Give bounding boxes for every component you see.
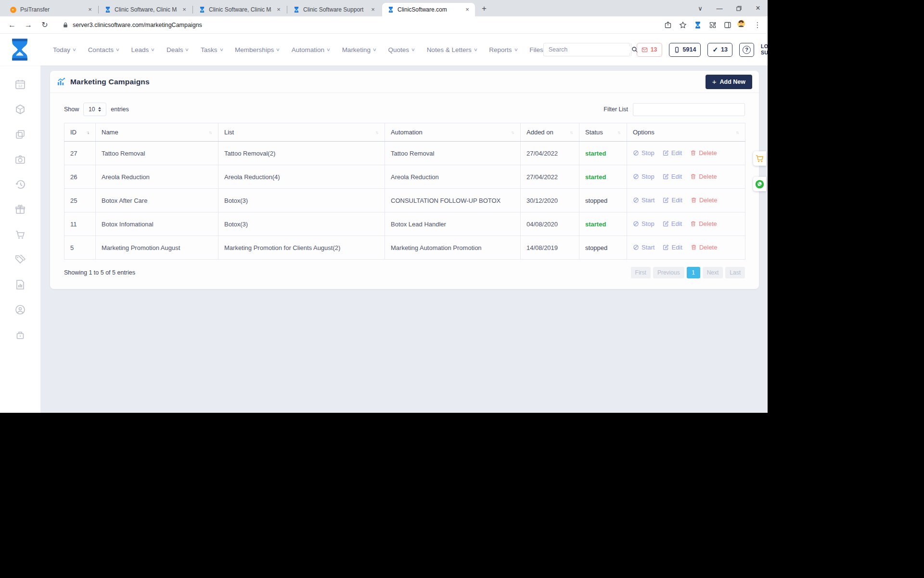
delete-link[interactable]: Delete [690,220,717,227]
column-label: Options [633,129,654,136]
page-button-first[interactable]: First [631,267,651,278]
sidebar-camera-icon[interactable] [14,154,26,165]
sidebar-products-icon[interactable] [14,104,26,115]
sidebar-account-icon[interactable] [14,304,26,315]
tab-close-icon[interactable]: × [86,6,94,13]
profile-avatar-icon[interactable] [736,19,749,31]
stop-link[interactable]: Stop [633,220,654,227]
forward-button[interactable]: → [22,18,35,32]
edit-link[interactable]: Edit [663,220,682,227]
nav-label: Files [529,46,543,53]
stop-link[interactable]: Stop [633,149,654,157]
messages-badge[interactable]: 13 [637,43,662,57]
chevron-down-icon: ∨ [513,47,518,52]
cell-list: Marketing Promotion for Clients August(2… [218,236,385,260]
phone-icon [674,47,680,53]
new-tab-button[interactable]: + [478,2,490,15]
tab-close-icon[interactable]: × [463,6,471,13]
sidebar-lock-icon[interactable] [14,329,26,341]
nav-item-marketing[interactable]: Marketing∨ [342,46,376,53]
address-bar[interactable]: server3.clinicsoftware.com/marketingCamp… [57,18,658,32]
tab-title: Clinic Software, Clinic Manageme [115,6,177,13]
delete-link[interactable]: Delete [691,197,718,204]
status-badge: started [585,150,606,157]
browser-tab-3[interactable]: Clinic Software Support× [288,3,381,16]
clinic-extension-icon[interactable] [692,19,704,31]
page-button-1[interactable]: 1 [687,267,700,278]
browser-tab-4[interactable]: ClinicSoftware.com× [382,3,475,16]
add-new-button[interactable]: + Add New [706,75,752,89]
help-button[interactable]: ? [739,43,754,57]
nav-item-contacts[interactable]: Contacts∨ [88,46,119,53]
search-input[interactable] [544,46,631,53]
cart-float-button[interactable] [753,151,766,166]
column-header-status[interactable]: Status↑↓ [579,123,627,142]
nav-item-leads[interactable]: Leads∨ [131,46,154,53]
browser-toolbar: ← → ↻ server3.clinicsoftware.com/marketi… [0,16,768,34]
menu-dots-icon[interactable]: ⋮ [751,19,764,31]
nav-item-deals[interactable]: Deals∨ [167,46,189,53]
start-link[interactable]: Start [633,244,654,251]
minimize-button[interactable]: — [710,0,729,16]
reload-button[interactable]: ↻ [38,18,51,32]
column-header-name[interactable]: Name↑↓ [96,123,218,142]
close-button[interactable]: × [748,0,768,16]
nav-item-notes-letters[interactable]: Notes & Letters∨ [427,46,477,53]
delete-link[interactable]: Delete [690,173,717,180]
edit-link[interactable]: Edit [663,173,682,180]
nav-item-automation[interactable]: Automation∨ [292,46,330,53]
edit-link[interactable]: Edit [663,149,682,157]
column-header-list[interactable]: List↑↓ [218,123,385,142]
tasks-badge[interactable]: ✓ 13 [707,43,732,57]
back-button[interactable]: ← [5,18,19,32]
sidebar-cart-icon[interactable] [14,229,26,240]
tab-close-icon[interactable]: × [180,6,188,13]
tab-search-chevron-icon[interactable]: ∨ [691,0,710,16]
column-header-options[interactable]: Options↑↓ [627,123,745,142]
chevron-down-icon: ∨ [326,47,331,52]
nav-item-tasks[interactable]: Tasks∨ [201,46,223,53]
column-header-id[interactable]: ID↑↓ [64,123,96,142]
nav-item-files[interactable]: Files [529,46,543,53]
nav-item-today[interactable]: Today∨ [53,46,76,53]
stop-link[interactable]: Stop [633,173,654,180]
messages-count: 13 [651,46,657,53]
start-link[interactable]: Start [633,197,654,204]
bookmark-star-icon[interactable] [677,19,689,31]
edit-link[interactable]: Edit [663,244,682,251]
column-header-automation[interactable]: Automation↑↓ [385,123,521,142]
filter-input[interactable] [633,103,745,116]
edit-link[interactable]: Edit [663,197,682,204]
nav-label: Reports [489,46,512,53]
side-panel-icon[interactable] [721,19,734,31]
browser-tab-1[interactable]: Clinic Software, Clinic Manageme× [99,3,192,16]
sidebar-tags-icon[interactable] [14,254,26,265]
restore-button[interactable] [729,0,748,16]
column-header-added[interactable]: Added on↑↓ [521,123,579,142]
delete-link[interactable]: Delete [691,244,718,251]
browser-tab-0[interactable]: PsiTransfer× [5,3,98,16]
page-button-last[interactable]: Last [725,267,745,278]
left-sidebar [0,66,40,413]
sidebar-calendar-icon[interactable] [14,79,26,90]
share-icon[interactable] [662,19,674,31]
phone-badge[interactable]: 5914 [669,43,701,57]
nav-item-quotes[interactable]: Quotes∨ [388,46,415,53]
sidebar-reports-icon[interactable] [14,279,26,290]
page-button-next[interactable]: Next [703,267,723,278]
cell-id: 11 [64,212,96,236]
clinicsoftware-logo[interactable] [7,37,33,63]
tab-close-icon[interactable]: × [275,6,282,13]
sidebar-history-icon[interactable] [14,179,26,190]
tab-close-icon[interactable]: × [369,6,377,13]
sidebar-gift-icon[interactable] [14,204,26,215]
browser-tab-2[interactable]: Clinic Software, Clinic Manageme× [193,3,286,16]
sidebar-duplicates-icon[interactable] [14,129,26,140]
delete-link[interactable]: Delete [690,149,717,157]
nav-item-memberships[interactable]: Memberships∨ [235,46,280,53]
entries-per-page-select[interactable]: 10 [83,103,106,116]
extensions-puzzle-icon[interactable] [706,19,719,31]
nav-item-reports[interactable]: Reports∨ [489,46,517,53]
whatsapp-float-button[interactable] [753,177,766,191]
page-button-previous[interactable]: Previous [653,267,684,278]
